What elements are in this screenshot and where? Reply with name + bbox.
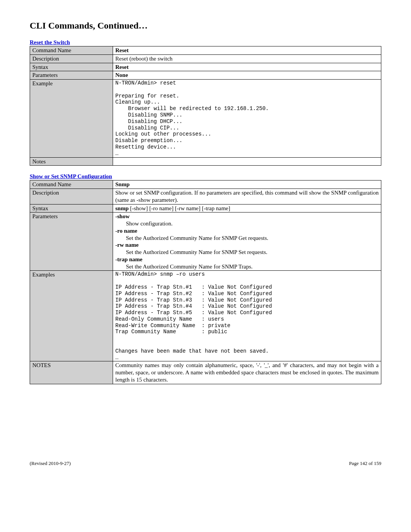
reset-desc-label: Description [30, 54, 113, 63]
snmp-syntax-label: Syntax [30, 204, 113, 212]
reset-params-value: None [113, 71, 381, 80]
snmp-cmd-value: Snmp [113, 181, 381, 189]
snmp-desc-label: Description [30, 189, 113, 204]
reset-notes-label: Notes [30, 157, 113, 166]
reset-params-label: Parameters [30, 71, 113, 80]
reset-heading-link[interactable]: Reset the Switch [30, 39, 381, 46]
reset-example-value: N-TRON/Admin> reset Preparing for reset.… [113, 80, 381, 158]
reset-notes-value [113, 157, 381, 166]
reset-syntax-value: Reset [113, 63, 381, 71]
snmp-params-label: Parameters [30, 212, 113, 271]
reset-desc-value: Reset (reboot) the switch [113, 54, 381, 63]
footer-revised: (Revised 2010-9-27) [30, 460, 71, 466]
param-desc: Set the Authorized Community Name for SN… [115, 235, 379, 242]
snmp-heading-link[interactable]: Show or Set SNMP Configuration [30, 173, 381, 180]
reset-cmd-label: Command Name [30, 46, 113, 55]
snmp-examples-label: Examples [30, 271, 113, 361]
reset-syntax-label: Syntax [30, 63, 113, 71]
footer-page: Page 142 of 159 [349, 460, 381, 466]
snmp-notes-value: Community names may only contain alphanu… [113, 361, 381, 384]
page-footer: (Revised 2010-9-27) Page 142 of 159 [30, 460, 381, 466]
reset-example-label: Example [30, 80, 113, 158]
page-title: CLI Commands, Continued… [30, 21, 381, 31]
param-head: -rw name [115, 241, 379, 249]
reset-table: Command Name Reset Description Reset (re… [30, 46, 381, 166]
param-head: -ro name [115, 227, 379, 235]
snmp-table: Command Name Snmp Description Show or se… [30, 180, 381, 384]
snmp-params-value: -showShow configuration.-ro nameSet the … [113, 212, 381, 271]
snmp-notes-label: NOTES [30, 361, 113, 384]
param-head: -trap name [115, 256, 379, 263]
snmp-examples-value: N-TRON/Admin> snmp –ro users IP Address … [113, 271, 381, 361]
param-desc: Show configuration. [115, 220, 379, 227]
reset-cmd-value: Reset [113, 46, 381, 55]
param-head: -show [115, 213, 379, 220]
snmp-cmd-label: Command Name [30, 181, 113, 189]
param-desc: Set the Authorized Community Name for SN… [115, 249, 379, 256]
param-desc: Set the Authorized Community Name for SN… [115, 263, 379, 270]
snmp-desc-value: Show or set SNMP configuration. If no pa… [113, 189, 381, 204]
snmp-syntax-value: snmp [-show] [-ro name] [-rw name] [-tra… [113, 204, 381, 212]
